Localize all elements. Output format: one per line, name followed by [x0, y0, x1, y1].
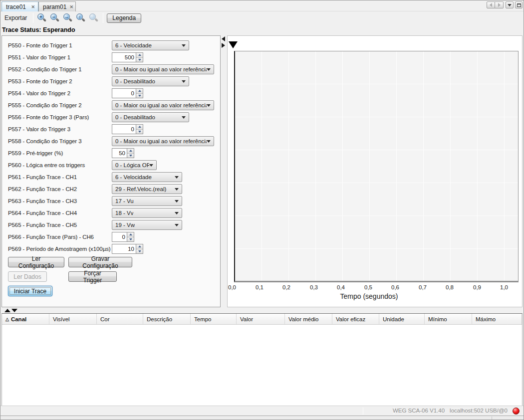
p552-combo[interactable]: 0 - Maior ou igual ao valor referência [112, 64, 214, 74]
iniciar-trace-button[interactable]: Iniciar Trace [8, 286, 52, 296]
main-area: P550 - Fonte do Trigger 1 6 - Velocidade… [0, 35, 524, 308]
table-body-empty [2, 325, 522, 406]
p559-spinner[interactable]: 50 [112, 148, 134, 158]
p566-spinner[interactable]: 0 [112, 232, 134, 242]
p564-combo[interactable]: 18 - Vv [112, 208, 182, 218]
zoom-vertical-icon[interactable]: ↕ [75, 12, 87, 23]
x-tick: 0,6 [388, 284, 403, 290]
zoom-reset-glyph [89, 13, 96, 20]
tab-trace01[interactable]: trace01 ✕ [1, 1, 38, 11]
zoom-icons-group: + − ↔ ↕ [35, 12, 101, 23]
spinner-value[interactable]: 0 [112, 232, 127, 242]
column-header-valor-medio[interactable]: Valor médio [285, 314, 332, 324]
tab-scroll-buttons [487, 1, 504, 9]
legenda-button[interactable]: Legenda [107, 13, 141, 23]
trigger-config-panel: P550 - Fonte do Trigger 1 6 - Velocidade… [1, 35, 221, 307]
column-header-unidade[interactable]: Unidade [379, 314, 425, 324]
column-header-minimo[interactable]: Mínimo [425, 314, 472, 324]
gravar-configuracao-button[interactable]: Gravar Configuração [68, 257, 132, 267]
column-header-descricao[interactable]: Descrição [143, 314, 191, 324]
param-row-p565: P565 - Função Trace - CH5 19 - Vw [2, 219, 220, 231]
toolbar: Exportar + − ↔ ↕ Leg [0, 11, 524, 24]
p569-spinner[interactable]: 10 [112, 244, 143, 254]
spinner-arrows-icon[interactable] [127, 148, 134, 158]
chevron-down-icon [175, 200, 179, 203]
column-header-valor[interactable]: Valor [237, 314, 285, 324]
param-label: P550 - Fonte do Trigger 1 [8, 42, 112, 48]
exportar-menu[interactable]: Exportar [0, 14, 31, 21]
spinner-arrows-icon[interactable] [127, 232, 134, 242]
param-label: P564 - Função Trace - CH4 [8, 210, 112, 216]
plot-area[interactable] [234, 51, 519, 282]
x-tick: 0,2 [279, 284, 294, 290]
maximize-button[interactable] [515, 1, 523, 8]
spinner-arrows-icon[interactable] [136, 244, 143, 254]
scroll-left-button[interactable] [487, 1, 495, 8]
zoom-in-icon[interactable]: + [36, 12, 48, 23]
p558-combo[interactable]: 0 - Maior ou igual ao valor referência [112, 136, 214, 146]
combo-value: 0 - Desabilitado [115, 114, 155, 120]
toolbar-separator [33, 13, 33, 23]
close-icon[interactable]: ✕ [31, 4, 35, 9]
horizontal-splitter[interactable] [0, 308, 524, 313]
x-tick: 0,3 [306, 284, 321, 290]
param-row-p562: P562 - Função Trace - CH2 29 - Ref.Veloc… [2, 183, 220, 195]
spinner-value[interactable]: 500 [112, 52, 136, 62]
param-row-p551: P551 - Valor do Trigger 1 500 [2, 51, 220, 63]
chevron-down-icon [182, 116, 186, 119]
p560-combo[interactable]: 0 - Lógica OR [112, 160, 157, 170]
chevron-down-icon [182, 80, 186, 83]
scroll-right-button[interactable] [495, 1, 504, 8]
zoom-reset-icon[interactable] [88, 12, 100, 23]
collapse-up-icon[interactable] [4, 309, 10, 312]
param-label: P559 - Pré-trigger (%) [8, 150, 112, 156]
status-bar: WEG SCA-06 V1.40localhost:502 USB/@0 [0, 406, 524, 416]
ler-dados-button: Ler Dados [8, 271, 47, 282]
p557-spinner[interactable]: 0 [112, 124, 143, 134]
collapse-right-icon[interactable] [222, 43, 225, 48]
spinner-value[interactable]: 10 [112, 244, 136, 254]
chevron-down-icon [207, 140, 211, 143]
p565-combo[interactable]: 19 - Vw [112, 220, 182, 230]
vertical-splitter[interactable] [221, 36, 226, 48]
zoom-horizontal-icon[interactable]: ↔ [62, 12, 74, 23]
spinner-value[interactable]: 50 [112, 148, 127, 158]
close-icon[interactable]: ✕ [69, 4, 73, 9]
p553-combo[interactable]: 0 - Desabilitado [112, 76, 189, 86]
collapse-down-icon[interactable] [11, 309, 17, 312]
p562-combo[interactable]: 29 - Ref.Veloc.(real) [112, 184, 182, 194]
param-label: P561 - Função Trace - CH1 [8, 174, 112, 180]
p556-combo[interactable]: 0 - Desabilitado [112, 112, 189, 122]
column-header-cor[interactable]: Cor [97, 314, 143, 324]
column-header-canal[interactable]: △ Canal [2, 314, 49, 324]
trace-chart-area: 0,0 0,1 0,2 0,3 0,4 0,5 0,6 0,7 0,8 0,9 … [227, 35, 523, 307]
p563-combo[interactable]: 17 - Vu [112, 196, 182, 206]
p551-spinner[interactable]: 500 [112, 52, 143, 62]
trigger-position-marker-icon[interactable] [229, 41, 238, 48]
spinner-arrows-icon[interactable] [136, 124, 143, 134]
spinner-arrows-icon[interactable] [136, 52, 143, 62]
column-header-tempo[interactable]: Tempo [191, 314, 237, 324]
param-label: P557 - Valor do Trigger 3 [8, 126, 112, 132]
collapse-left-icon[interactable] [222, 36, 225, 41]
ler-configuracao-button[interactable]: Ler Configuração [8, 257, 64, 267]
param-label: P551 - Valor do Trigger 1 [8, 54, 112, 60]
tab-param01[interactable]: param01 ✕ [38, 1, 76, 11]
column-header-visivel[interactable]: Visível [49, 314, 97, 324]
tab-list-button[interactable] [506, 1, 514, 8]
zoom-out-icon[interactable]: − [49, 12, 61, 23]
chevron-down-icon [175, 176, 179, 179]
combo-value: 18 - Vv [115, 210, 133, 216]
combo-value: 0 - Desabilitado [115, 78, 155, 84]
column-header-valor-eficaz[interactable]: Valor eficaz [332, 314, 379, 324]
p554-spinner[interactable]: 0 [112, 88, 143, 98]
column-header-maximo[interactable]: Máximo [472, 314, 522, 324]
forcar-trigger-button[interactable]: Forçar Trigger [68, 271, 117, 282]
spinner-value[interactable]: 0 [112, 88, 136, 98]
p550-combo[interactable]: 6 - Velocidade [112, 40, 189, 50]
p555-combo[interactable]: 0 - Maior ou igual ao valor referência [112, 100, 214, 110]
spinner-arrows-icon[interactable] [136, 88, 143, 98]
combo-value: 0 - Maior ou igual ao valor referência [115, 138, 207, 144]
spinner-value[interactable]: 0 [112, 124, 136, 134]
p561-combo[interactable]: 6 - Velocidade [112, 172, 182, 182]
